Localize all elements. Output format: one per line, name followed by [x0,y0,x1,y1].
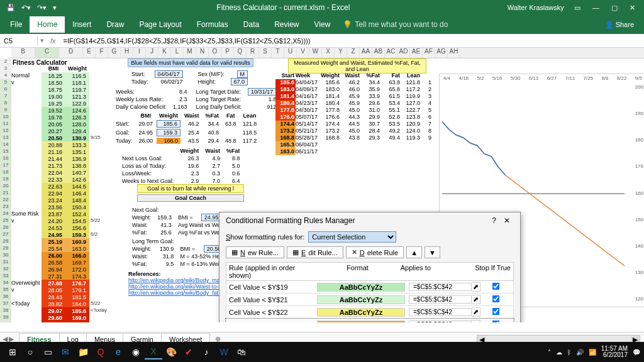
tab-file[interactable]: File [3,16,30,33]
weekly-data-table[interactable]: StartWeekWeightWaist%FatFatLean185.604/0… [275,72,433,155]
category-labels: NormalvSome RiskvOverweightv<TodayHigh R… [11,72,42,322]
windows-taskbar[interactable]: ⊞ ○ ▭ ✉ 📁 Q e ◉ X 🎨 ✔ ♪ W 🛍 ˄ ☁ ᛒ 🔊 📶 11… [0,342,644,362]
maximize-icon[interactable]: ▢ [606,3,623,13]
window-title: Fitness Calculator - current.xlsm - Exce… [59,3,508,12]
quicken-icon[interactable]: Q [92,344,109,359]
lightbulb-icon: 💡 [343,20,352,29]
cortana-icon[interactable]: ○ [21,344,39,359]
tray-up-icon[interactable]: ˄ [548,349,551,356]
side-dates: 9/155/226/25/22<Today [91,72,107,322]
blue-banner: Blue fields must have valid data for val… [128,58,253,67]
tab-insert[interactable]: Insert [65,16,99,33]
tab-formulas[interactable]: Formulas [189,16,236,33]
move-down-button[interactable]: ▼ [425,246,440,258]
formula-input[interactable]: =IF(G$14<Z5,G$14,IF(J$28<Z5,J$28,IF(J$33… [60,36,644,46]
sex-field[interactable]: M [237,70,248,78]
edit-rule-button[interactable]: ▦ Edit Rule... [287,246,343,258]
network-icon[interactable]: 📶 [589,349,596,356]
volume-icon[interactable]: 🔊 [576,349,584,356]
word-icon[interactable]: W [215,344,233,359]
ref-link[interactable]: http://en.wikipedia.org/wiki/Body_mass_ [128,277,229,283]
edge-icon[interactable]: e [109,344,127,359]
close-icon[interactable]: ✕ [625,3,640,13]
redo-icon[interactable]: ↷▾ [35,3,49,13]
tab-view[interactable]: View [307,16,338,33]
name-box[interactable]: C5 [0,36,38,46]
yellow-banner: Measured Weight and Waist, Estimated %Fa… [288,58,426,74]
ribbon: File Home Insert Draw Page Layout Formul… [0,15,644,34]
undo-icon[interactable]: ↶▾ [19,3,33,13]
taskbar-date[interactable]: 6/2/2017 [601,352,628,358]
share-button[interactable]: 👤 Share [597,17,641,33]
move-up-button[interactable]: ▲ [406,246,422,258]
tab-data[interactable]: Data [236,16,267,33]
conditional-formatting-dialog: Conditional Formatting Rules Manager ?✕ … [219,212,521,322]
new-rule-button[interactable]: ▦ New Rule... [226,246,284,258]
qat-customize-icon[interactable]: ▾ [50,3,59,13]
bmi-header: BMI [42,65,65,72]
row-headers[interactable]: 2345678910111213141516171819202122232425… [0,58,11,322]
tab-page-layout[interactable]: Page Layout [131,16,189,33]
tab-review[interactable]: Review [267,16,306,33]
ribbon-options-icon[interactable]: ▭ [569,3,586,13]
fx-icon[interactable]: fx [47,36,60,46]
user-name[interactable]: Walter Kraslawsky [508,4,564,11]
dialog-title: Conditional Formatting Rules Manager [226,216,355,225]
height-field[interactable]: 67.0 [231,78,248,85]
notifications-icon[interactable]: 💬 [633,349,640,356]
explorer-icon[interactable]: 📁 [74,344,92,359]
paint-icon[interactable]: 🎨 [162,344,180,359]
outlook-icon[interactable]: ✉ [57,344,74,359]
onedrive-icon[interactable]: ☁ [556,349,562,356]
save-icon[interactable]: 💾 [4,3,18,13]
rules-header: Rule (applied in order shown)FormatAppli… [226,262,514,281]
taskview-icon[interactable]: ▭ [39,344,57,359]
excel-icon[interactable]: X [145,344,162,359]
weight-header: Weight [65,65,89,72]
tab-home[interactable]: Home [30,16,65,33]
goal-banner: Goal is to burn fat while reserving l [137,184,244,193]
itunes-icon[interactable]: ♪ [197,344,215,359]
bmi-table[interactable]: 18.25116.518.50118.118.75119.719.00121.3… [42,72,89,322]
formula-bar: C5 ▾ fx =IF(G$14<Z5,G$14,IF(J$28<Z5,J$28… [0,34,644,48]
long-target-date[interactable]: 10/31/17 [248,88,276,96]
store-icon[interactable]: 🛍 [233,344,250,359]
chrome-icon[interactable]: ◉ [127,344,145,359]
column-headers[interactable]: BCDEFGHIJKLMNOPQRSTUVWXYZAAABACADAEAFAGA… [11,48,644,58]
delete-rule-button[interactable]: ✕ Delete Rule [346,246,404,258]
tell-me[interactable]: 💡Tell me what you want to do [343,20,448,29]
tab-draw[interactable]: Draw [99,16,131,33]
start-icon[interactable]: ⊞ [4,344,21,359]
next-goal-table: WeightWaist%FatNext Loss Goal:26.34.98.8… [118,146,243,185]
minimize-icon[interactable]: — [587,3,604,13]
rules-scope-select[interactable]: Current Selection [308,231,396,243]
start-date[interactable]: 04/04/17 [155,70,183,78]
window-titlebar: 💾 ↶▾ ↷▾ ▾ Fitness Calculator - current.x… [0,0,644,15]
dialog-close-icon[interactable]: ✕ [500,215,514,226]
namebox-dropdown-icon[interactable]: ▾ [40,36,44,45]
worksheet-area[interactable]: 2345678910111213141516171819202122232425… [0,58,644,322]
goal-coach-header: Goal Coach [137,194,244,202]
performance-table: BMIWeightWaist%FatFatLeanStart:29.07185.… [112,111,260,145]
dialog-help-icon[interactable]: ? [488,215,500,226]
app-icon[interactable]: ✔ [180,344,197,359]
bluetooth-icon[interactable]: ᛒ [567,349,571,356]
